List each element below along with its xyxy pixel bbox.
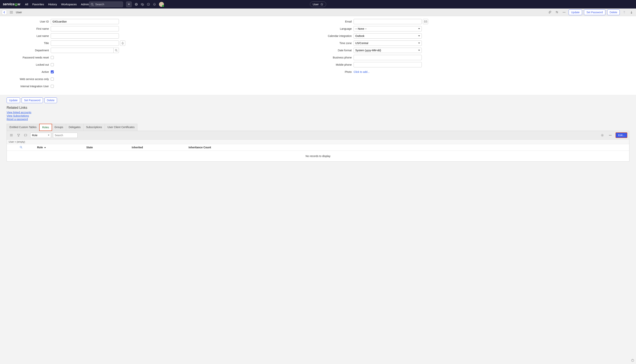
globe-icon[interactable] (135, 3, 138, 6)
mobile-phone-input[interactable] (354, 62, 422, 67)
user-id-label: User ID (0, 20, 51, 23)
column-inheritance-count[interactable]: Inheritance Count (187, 145, 243, 150)
business-phone-input[interactable] (354, 55, 422, 60)
email-label: Email (303, 20, 354, 23)
header-delete-button[interactable]: Delete (607, 10, 620, 15)
web-service-checkbox[interactable] (51, 78, 54, 80)
nav-admin[interactable]: Admin (81, 3, 89, 6)
tab-entitled-custom-tables[interactable]: Entitled Custom Tables (7, 124, 39, 131)
context-pill[interactable]: User (310, 2, 326, 7)
title-label: Title (0, 42, 51, 45)
list-menu-icon[interactable] (9, 132, 14, 138)
tab-roles[interactable]: Roles (39, 124, 52, 131)
language-label: Language (303, 27, 354, 30)
header-set-password-button[interactable]: Set Password (584, 10, 605, 15)
activity-icon[interactable] (23, 132, 29, 138)
attachment-icon[interactable] (547, 10, 552, 15)
department-lookup-button[interactable] (114, 48, 119, 53)
tab-user-client-certificates[interactable]: User Client Certificates (105, 124, 137, 131)
date-format-select[interactable]: System (yyyy-MM-dd) (354, 48, 422, 53)
calendar-select[interactable]: Outlook (354, 33, 422, 38)
roles-empty-message: No records to display (7, 151, 629, 162)
personalize-icon[interactable] (554, 10, 559, 15)
first-name-label: First name (0, 27, 51, 30)
previous-record-icon[interactable] (621, 10, 627, 15)
first-name-input[interactable] (51, 26, 119, 32)
column-role[interactable]: Role (35, 145, 85, 150)
filter-icon[interactable] (16, 132, 21, 138)
global-search[interactable]: Search (89, 2, 123, 7)
record-title: User (16, 10, 22, 14)
department-input[interactable] (51, 48, 114, 53)
back-button[interactable] (2, 10, 7, 15)
collapse-icon[interactable] (607, 132, 613, 138)
nav-history[interactable]: History (48, 3, 57, 6)
view-linked-accounts-link[interactable]: View linked accounts (7, 111, 629, 114)
user-id-input[interactable] (51, 19, 119, 24)
more-actions-icon[interactable] (561, 10, 567, 15)
internal-integration-checkbox[interactable] (51, 85, 54, 88)
column-search-icon[interactable] (7, 145, 35, 150)
nav-workspaces[interactable]: Workspaces (61, 3, 77, 6)
reset-password-link[interactable]: Reset a password (7, 118, 629, 121)
svg-point-30 (20, 146, 22, 148)
nav-links: All Favorites History Workspaces Admin (25, 3, 89, 6)
personalize-list-icon[interactable] (600, 132, 605, 138)
bell-icon[interactable] (153, 3, 156, 6)
help-icon[interactable]: ? (147, 3, 150, 6)
roles-edit-button[interactable]: Edit... (615, 132, 627, 138)
top-navigation: servicew All Favorites History Workspace… (0, 0, 636, 8)
active-checkbox[interactable] (51, 70, 54, 74)
star-icon[interactable] (320, 3, 323, 6)
tab-delegates[interactable]: Delegates (66, 124, 84, 131)
servicenow-logo[interactable]: servicew (3, 2, 20, 6)
search-icon (91, 3, 94, 6)
email-compose-button[interactable] (423, 19, 428, 24)
logo-o-icon (15, 3, 18, 6)
photo-add-link[interactable]: Click to add... (354, 70, 370, 74)
nav-all[interactable]: All (25, 3, 28, 6)
email-input[interactable] (354, 19, 422, 24)
business-phone-label: Business phone (303, 56, 354, 59)
locked-out-label: Locked out (0, 63, 51, 66)
title-input[interactable] (51, 40, 119, 46)
menu-icon[interactable] (9, 10, 14, 15)
roles-search-input[interactable] (53, 132, 78, 138)
form-delete-button[interactable]: Delete (45, 98, 57, 103)
language-select[interactable]: -- None -- (354, 26, 422, 32)
roles-filter-breadcrumb[interactable]: User = (empty) (7, 140, 629, 144)
svg-point-0 (15, 4, 17, 6)
svg-rect-27 (25, 134, 27, 136)
last-name-input[interactable] (51, 33, 119, 38)
timezone-label: Time zone (303, 42, 354, 45)
search-placeholder-text: Search (95, 3, 104, 6)
svg-line-31 (22, 148, 22, 148)
chat-icon[interactable] (141, 3, 144, 6)
nav-favorites[interactable]: Favorites (32, 3, 44, 6)
svg-point-28 (602, 135, 603, 136)
locked-out-checkbox[interactable] (51, 63, 54, 66)
column-inherited[interactable]: Inherited (130, 145, 187, 150)
svg-text:?: ? (148, 4, 149, 5)
form-set-password-button[interactable]: Set Password (22, 98, 43, 103)
svg-point-16 (564, 12, 564, 12)
user-avatar[interactable] (159, 2, 164, 7)
svg-point-15 (563, 12, 563, 12)
password-reset-checkbox[interactable] (51, 56, 54, 59)
header-update-button[interactable]: Update (569, 10, 582, 15)
column-state[interactable]: State (85, 145, 130, 150)
photo-label: Photo (303, 70, 354, 74)
svg-point-20 (123, 43, 123, 44)
timezone-select[interactable]: US/Central (354, 40, 422, 46)
svg-point-12 (556, 11, 557, 12)
svg-line-22 (117, 51, 117, 52)
tab-groups[interactable]: Groups (52, 124, 66, 131)
view-subscriptions-link[interactable]: View Subscriptions (7, 114, 629, 117)
roles-search-field-select[interactable]: Role (30, 132, 51, 138)
tab-subscriptions[interactable]: Subscriptions (84, 124, 105, 131)
title-suggestion-button[interactable] (120, 40, 125, 46)
next-record-icon[interactable] (629, 10, 634, 15)
form-update-button[interactable]: Update (7, 98, 20, 103)
search-dropdown[interactable] (126, 2, 132, 7)
svg-point-14 (557, 12, 558, 13)
